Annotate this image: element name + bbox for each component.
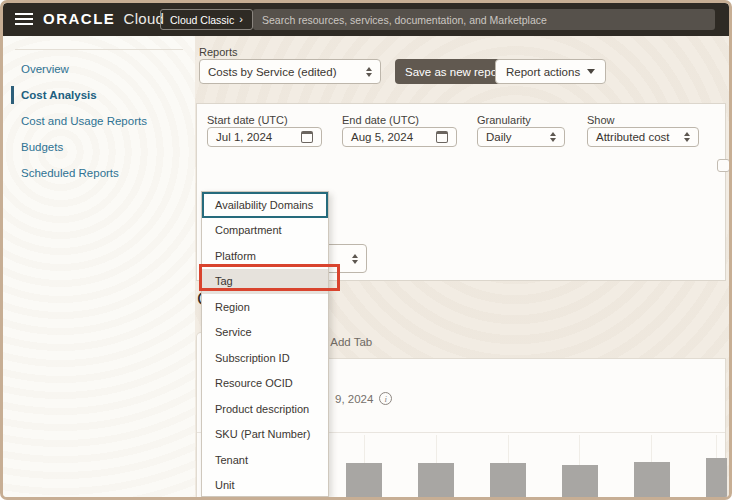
chevron-updown-icon bbox=[366, 67, 372, 77]
chevron-updown-icon bbox=[684, 132, 690, 142]
granularity-label: Granularity bbox=[477, 114, 531, 126]
reports-label: Reports bbox=[199, 46, 238, 58]
browser-window: ORACLE Cloud Cloud Classic › OverviewCos… bbox=[0, 0, 732, 500]
filter-menu-item-sku-part-number-[interactable]: SKU (Part Number) bbox=[202, 422, 328, 448]
panel-checkbox[interactable] bbox=[717, 159, 730, 172]
brand-oracle: ORACLE bbox=[43, 10, 115, 27]
filter-menu-item-region[interactable]: Region bbox=[202, 294, 328, 320]
chart-bar bbox=[418, 463, 454, 500]
filter-menu-item-availability-domains[interactable]: Availability Domains bbox=[202, 192, 328, 218]
brand-cloud: Cloud bbox=[124, 10, 165, 27]
filter-menu-item-tenant[interactable]: Tenant bbox=[202, 447, 328, 473]
end-date-label: End date (UTC) bbox=[342, 114, 419, 126]
show-select[interactable]: Attributed cost bbox=[587, 127, 699, 147]
sidebar-divider bbox=[15, 49, 183, 50]
chart-bar bbox=[490, 463, 526, 500]
filter-menu-item-product-description[interactable]: Product description bbox=[202, 396, 328, 422]
sidebar-item-budgets[interactable]: Budgets bbox=[3, 134, 195, 160]
main-content: Reports Costs by Service (edited) Save a… bbox=[195, 36, 729, 500]
caret-down-icon bbox=[587, 69, 595, 74]
chart-bar bbox=[634, 462, 670, 500]
end-date-input[interactable]: Aug 5, 2024 bbox=[342, 127, 457, 147]
top-navigation-bar: ORACLE Cloud Cloud Classic › bbox=[3, 3, 729, 36]
start-date-label: Start date (UTC) bbox=[207, 114, 288, 126]
chart-bar bbox=[346, 463, 382, 500]
filter-menu-item-compartment[interactable]: Compartment bbox=[202, 218, 328, 244]
calendar-icon bbox=[301, 131, 313, 143]
sidebar-item-cost-analysis[interactable]: Cost Analysis bbox=[3, 82, 195, 108]
granularity-select[interactable]: Daily bbox=[477, 127, 565, 147]
calendar-icon bbox=[436, 131, 448, 143]
report-select[interactable]: Costs by Service (edited) bbox=[199, 59, 381, 84]
filter-menu-item-platform[interactable]: Platform bbox=[202, 243, 328, 269]
chevron-updown-icon bbox=[352, 254, 358, 264]
sidebar-item-scheduled-reports[interactable]: Scheduled Reports bbox=[3, 160, 195, 186]
start-date-input[interactable]: Jul 1, 2024 bbox=[207, 127, 322, 147]
hamburger-menu-icon[interactable] bbox=[15, 13, 33, 26]
filter-menu-item-service[interactable]: Service bbox=[202, 320, 328, 346]
filter-menu-item-tag[interactable]: Tag bbox=[202, 269, 328, 295]
filter-menu-item-subscription-id[interactable]: Subscription ID bbox=[202, 345, 328, 371]
search-input[interactable] bbox=[253, 9, 715, 30]
oracle-cloud-logo[interactable]: ORACLE Cloud bbox=[43, 10, 164, 27]
sidebar-item-cost-and-usage-reports[interactable]: Cost and Usage Reports bbox=[3, 108, 195, 134]
report-actions-button[interactable]: Report actions bbox=[495, 59, 606, 84]
info-icon[interactable]: i bbox=[379, 392, 392, 405]
chart-date-caption: 9, 2024 i bbox=[335, 392, 392, 405]
sidebar-nav: OverviewCost AnalysisCost and Usage Repo… bbox=[3, 56, 195, 186]
sidebar-item-overview[interactable]: Overview bbox=[3, 56, 195, 82]
chart-bar bbox=[562, 465, 598, 500]
chart-bar bbox=[706, 458, 727, 500]
chevron-right-icon: › bbox=[239, 14, 243, 25]
cloud-classic-button[interactable]: Cloud Classic › bbox=[160, 9, 253, 30]
add-filter-dropdown-menu: Availability DomainsCompartmentPlatformT… bbox=[201, 191, 329, 497]
filter-menu-item-unit[interactable]: Unit bbox=[202, 473, 328, 499]
sidebar: OverviewCost AnalysisCost and Usage Repo… bbox=[3, 36, 195, 500]
show-label: Show bbox=[587, 114, 615, 126]
filter-menu-item-resource-ocid[interactable]: Resource OCID bbox=[202, 371, 328, 397]
chevron-updown-icon bbox=[550, 132, 556, 142]
